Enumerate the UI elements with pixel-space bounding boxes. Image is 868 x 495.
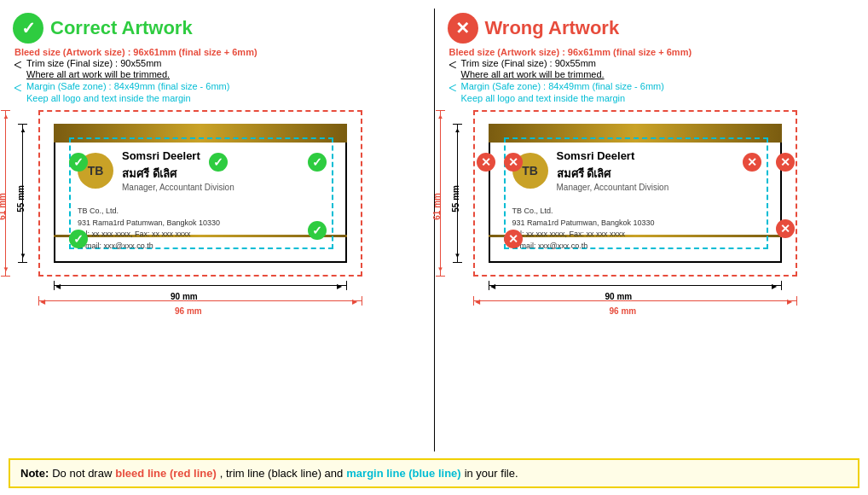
wrong-marker-6: ✕ [504,230,523,248]
wrong-job-title: Manager, Accountant Division [557,183,669,192]
wrong-dim-61: 61 mm [432,193,442,220]
note-label: Note: [20,467,49,480]
correct-margin-sub: Keep all logo and text inside the margin [26,93,229,103]
correct-job-title: Manager, Accountant Division [122,183,234,192]
correct-dim-90-container: ◀ ▶ [54,281,347,293]
wrong-name-th: สมศรี ดีเลิศ [557,165,611,183]
wrong-dim-90-container: ◀ ▶ [489,281,782,293]
correct-trim-label: Trim size (Final size) : 90x55mm [26,58,170,68]
wrong-marker-2: ✕ [504,153,523,172]
wrong-name-en: Somsri Deelert [557,149,635,162]
correct-marker-4: ✓ [69,230,88,248]
svg-line-0 [14,61,21,65]
correct-dim-55: 55 mm [16,185,26,213]
correct-margin-label: Margin (Safe zone) : 84x49mm (final size… [26,81,229,91]
correct-name-th: สมศรี ดีเลิศ [122,165,176,183]
top-section: ✓ Correct Artwork Bleed size (Artwork si… [0,0,868,451]
correct-marker-5: ✓ [308,221,327,240]
wrong-title: Wrong Artwork [485,17,620,39]
svg-line-2 [14,84,21,88]
note-text-2: bleed line (red line) [115,467,216,480]
svg-line-7 [449,88,456,91]
correct-marker-3: ✓ [308,153,327,172]
svg-line-3 [14,88,21,91]
note-section: Note: Do not draw bleed line (red line) … [9,458,859,488]
correct-dim-61: 61 mm [0,193,7,220]
wrong-contact: TB Co., Ltd. 931 Rama1rd Patumwan, Bangk… [512,206,655,252]
wrong-icon: ✕ [448,13,478,44]
wrong-margin-sub: Keep all logo and text inside the margin [461,93,664,103]
wrong-marker-1: ✕ [477,153,495,172]
wrong-header: ✕ Wrong Artwork [448,13,856,44]
note-text-1: Do not draw [52,467,112,480]
wrong-trim-label: Trim size (Final size) : 90x55mm [461,58,605,68]
correct-artwork-panel: ✓ Correct Artwork Bleed size (Artwork si… [9,9,425,451]
correct-trim-sub: Where all art work will be trimmed. [26,69,170,79]
correct-dim-96: 96 mm [175,306,202,316]
wrong-artwork-panel: ✕ Wrong Artwork Bleed size (Artwork size… [443,9,860,451]
note-text-3: , trim line (black line) and [220,467,344,480]
correct-marker-1: ✓ [69,153,88,172]
svg-line-1 [14,65,21,68]
panel-divider [434,9,435,451]
wrong-margin-label: Margin (Safe zone) : 84x49mm (final size… [461,81,664,91]
correct-icon: ✓ [13,13,43,44]
wrong-bleed-label: Bleed size (Artwork size) : 96x61mm (fin… [449,47,856,57]
svg-line-5 [449,65,456,68]
wrong-marker-3: ✕ [743,153,761,172]
svg-line-4 [449,61,456,65]
correct-contact: TB Co., Ltd. 931 Rama1rd Patumwan, Bangk… [78,206,220,252]
note-text-4: margin line (blue line) [346,467,460,480]
wrong-dim-96: 96 mm [610,306,637,316]
correct-marker-2: ✓ [209,153,228,172]
wrong-dim-55: 55 mm [451,185,460,213]
correct-bleed-label: Bleed size (Artwork size) : 96x61mm (fin… [14,47,421,57]
wrong-marker-4: ✕ [776,153,795,172]
correct-name-en: Somsri Deelert [122,149,200,162]
svg-line-6 [449,84,456,88]
wrong-marker-5: ✕ [776,219,795,238]
note-text-5: in your file. [465,467,518,480]
wrong-trim-sub: Where all art work will be trimmed. [461,69,605,79]
main-container: ✓ Correct Artwork Bleed size (Artwork si… [0,0,868,495]
correct-header: ✓ Correct Artwork [13,13,421,44]
correct-title: Correct Artwork [50,17,193,39]
